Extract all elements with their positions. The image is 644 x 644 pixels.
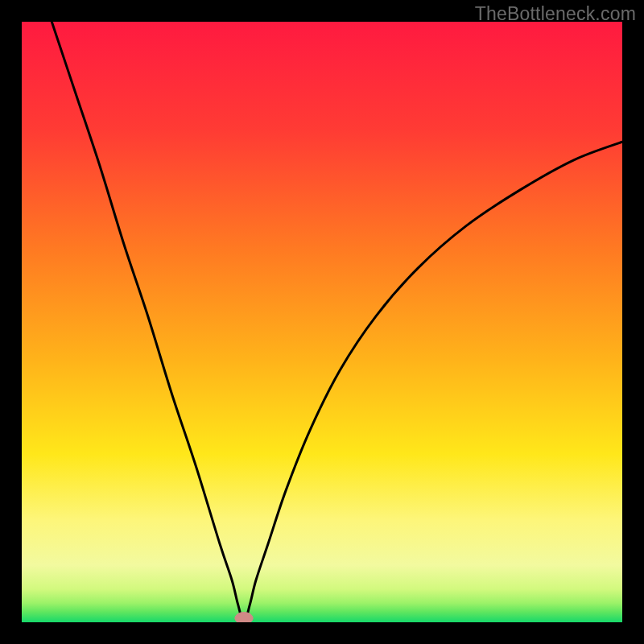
gradient-background <box>22 22 622 622</box>
minimum-marker <box>235 613 253 622</box>
bottleneck-chart <box>22 22 622 622</box>
chart-frame: TheBottleneck.com <box>0 0 644 644</box>
plot-area <box>22 22 622 622</box>
